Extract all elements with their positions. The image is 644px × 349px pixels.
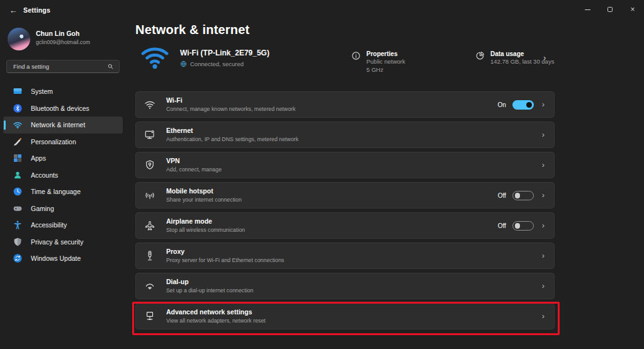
connected-network-name: Wi-Fi (TP-Link_2E79_5G) <box>180 49 269 57</box>
sidebar-item-bluetooth-and-devices[interactable]: Bluetooth & devices <box>3 100 123 117</box>
mobile-hotspot-toggle[interactable] <box>512 191 534 200</box>
search-icon <box>107 63 114 70</box>
row-right: › <box>534 131 545 139</box>
row-title: Mobile hotspot <box>166 187 498 195</box>
sidebar-item-label: Network & internet <box>31 121 85 129</box>
data-usage-pie-icon <box>475 51 485 60</box>
accounts-icon <box>13 170 23 180</box>
back-button[interactable]: ← <box>5 3 21 18</box>
chevron-right-icon: › <box>542 192 545 200</box>
sidebar-item-label: Gaming <box>31 205 54 212</box>
data-usage-chevron-icon: › <box>543 53 546 62</box>
sidebar-item-gaming[interactable]: Gaming <box>3 200 123 217</box>
user-name: Chun Lin Goh <box>36 30 79 37</box>
settings-row-dial-up[interactable]: Dial-upSet up a dial-up internet connect… <box>135 273 555 299</box>
accessibility-icon <box>13 220 23 230</box>
close-icon: × <box>630 5 635 14</box>
row-text: Airplane modeStop all wireless communica… <box>166 217 498 234</box>
maximize-button[interactable] <box>599 0 621 19</box>
bluetooth-icon <box>13 103 23 113</box>
windows-update-icon <box>13 253 23 263</box>
row-text: Wi-FiConnect, manage known networks, met… <box>166 96 497 113</box>
settings-row-vpn[interactable]: VPNAdd, connect, manage› <box>135 152 555 178</box>
avatar[interactable] <box>8 28 30 50</box>
sidebar-item-label: System <box>31 88 53 95</box>
minimize-button[interactable] <box>576 0 599 19</box>
settings-row-proxy[interactable]: ProxyProxy server for Wi-Fi and Ethernet… <box>135 243 555 269</box>
properties-band: 5 GHz <box>366 66 405 74</box>
toggle-state-label: Off <box>498 222 506 229</box>
row-title: VPN <box>166 157 534 165</box>
row-right: › <box>534 252 545 260</box>
close-button[interactable]: × <box>621 0 644 19</box>
data-usage-section[interactable]: Data usage 142.78 GB, last 30 days <box>475 50 554 66</box>
chevron-right-icon: › <box>542 101 545 109</box>
sidebar-item-label: Personalization <box>31 138 76 146</box>
search-box[interactable] <box>6 60 120 73</box>
mobile-hotspot-icon <box>144 190 155 201</box>
row-subtitle: View all network adapters, network reset <box>166 318 534 324</box>
row-right: › <box>534 282 545 290</box>
sidebar-item-label: Accessibility <box>31 221 67 229</box>
maximize-icon <box>607 7 613 12</box>
settings-row-mobile-hotspot[interactable]: Mobile hotspotShare your internet connec… <box>135 182 555 209</box>
settings-row-advanced-network-settings[interactable]: Advanced network settingsView all networ… <box>135 303 555 329</box>
row-title: Dial-up <box>166 278 534 286</box>
search-input[interactable] <box>13 63 107 70</box>
wi-fi-toggle[interactable] <box>512 100 534 110</box>
connection-status: Connected, secured <box>180 60 244 67</box>
window-title: Settings <box>23 6 50 14</box>
row-subtitle: Add, connect, manage <box>166 166 534 173</box>
proxy-icon <box>144 250 155 261</box>
toggle-knob <box>515 193 521 198</box>
gaming-icon <box>13 203 23 214</box>
properties-section[interactable]: Properties Public network 5 GHz <box>351 50 405 74</box>
chevron-right-icon: › <box>542 312 545 321</box>
settings-row-airplane-mode[interactable]: Airplane modeStop all wireless communica… <box>135 212 555 239</box>
user-email: gclin009@hotmail.com <box>36 39 90 45</box>
sidebar-item-network-and-internet[interactable]: Network & internet <box>3 117 123 134</box>
info-icon <box>351 51 361 60</box>
row-text: Dial-upSet up a dial-up internet connect… <box>166 278 534 294</box>
row-subtitle: Stop all wireless communication <box>166 227 498 234</box>
sidebar-item-label: Accounts <box>31 171 58 179</box>
row-title: Ethernet <box>166 127 534 135</box>
row-text: ProxyProxy server for Wi-Fi and Ethernet… <box>166 248 534 264</box>
sidebar-item-time-and-language[interactable]: Time & language <box>3 183 123 200</box>
sidebar-item-personalization[interactable]: Personalization <box>3 134 123 151</box>
dialup-icon <box>144 280 155 292</box>
selected-indicator <box>4 120 6 130</box>
chevron-right-icon: › <box>542 222 545 230</box>
row-right: Off› <box>498 221 545 231</box>
row-title: Advanced network settings <box>166 308 534 316</box>
minimize-icon <box>585 9 590 10</box>
row-subtitle: Authentication, IP and DNS settings, met… <box>166 136 534 143</box>
sidebar-item-windows-update[interactable]: Windows Update <box>3 250 123 267</box>
sidebar-item-accounts[interactable]: Accounts <box>3 167 123 184</box>
sidebar-nav: SystemBluetooth & devicesNetwork & inter… <box>3 83 123 267</box>
network-icon <box>13 120 23 130</box>
connection-status-label: Connected, secured <box>190 60 244 67</box>
wifi-hero-icon <box>138 42 172 72</box>
vpn-icon <box>144 159 155 171</box>
advanced-network-icon <box>144 311 155 322</box>
globe-icon <box>180 60 187 67</box>
properties-network-type: Public network <box>366 58 405 66</box>
row-right: On› <box>497 100 545 110</box>
sidebar-item-privacy-and-security[interactable]: Privacy & security <box>3 234 123 251</box>
chevron-right-icon: › <box>542 161 545 169</box>
row-text: VPNAdd, connect, manage <box>166 157 534 173</box>
sidebar-item-label: Time & language <box>31 188 81 195</box>
sidebar-item-apps[interactable]: Apps <box>3 150 123 167</box>
row-text: Advanced network settingsView all networ… <box>166 308 534 324</box>
time-language-icon <box>13 186 23 197</box>
airplane-mode-toggle[interactable] <box>512 221 534 231</box>
sidebar-item-label: Bluetooth & devices <box>31 105 89 112</box>
row-title: Airplane mode <box>166 217 498 226</box>
properties-title: Properties <box>366 50 405 58</box>
settings-row-wi-fi[interactable]: Wi-FiConnect, manage known networks, met… <box>135 91 555 118</box>
apps-icon <box>13 153 23 163</box>
sidebar-item-system[interactable]: System <box>3 83 123 100</box>
settings-row-ethernet[interactable]: EthernetAuthentication, IP and DNS setti… <box>135 122 555 148</box>
sidebar-item-accessibility[interactable]: Accessibility <box>3 217 123 234</box>
